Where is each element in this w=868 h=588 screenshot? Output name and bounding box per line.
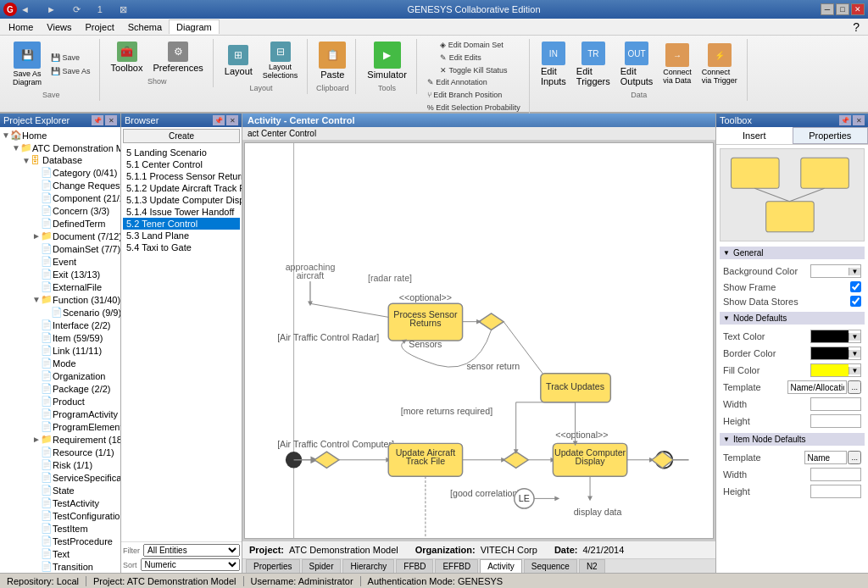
help-button[interactable]: ? xyxy=(846,20,866,34)
tree-change-request[interactable]: 📄 Change Request P... xyxy=(2,179,119,191)
template-btn[interactable]: ... xyxy=(848,380,861,394)
tree-exit[interactable]: 📄 Exit (13/13) xyxy=(2,268,119,280)
height-input[interactable]: 70 xyxy=(810,414,861,428)
text-color-input[interactable]: ▼ xyxy=(810,330,861,343)
edit-triggers-button[interactable]: TR EditTriggers xyxy=(572,39,615,89)
toolbox-tab-properties[interactable]: Properties xyxy=(793,127,869,144)
tree-document[interactable]: ► 📁 Document (7/12) xyxy=(2,230,119,242)
menu-schema[interactable]: Schema xyxy=(121,20,169,34)
show-frame-checkbox[interactable] xyxy=(850,281,861,292)
tree-event[interactable]: 📄 Event xyxy=(2,255,119,268)
edit-inputs-button[interactable]: IN EditInputs xyxy=(537,39,570,89)
tree-mode[interactable]: 📄 Mode xyxy=(2,357,119,369)
tree-package[interactable]: 📄 Package (2/2) xyxy=(2,382,119,395)
tree-database[interactable]: ▼ 🗄 Database xyxy=(2,154,119,166)
tab-activity[interactable]: Activity xyxy=(480,559,522,573)
tree-requirement[interactable]: ► 📁 Requirement (18/... xyxy=(2,433,119,446)
browser-item-5[interactable]: 5.1.4 Issue Tower Handoff xyxy=(123,206,240,218)
layout-selections-button[interactable]: ⊟ LayoutSelections xyxy=(259,39,303,82)
item-width-input[interactable]: 90 xyxy=(810,468,861,481)
tree-external-file[interactable]: 📄 ExternalFile xyxy=(2,280,119,293)
edit-outputs-button[interactable]: OUT EditOutputs xyxy=(616,39,658,89)
item-template-input[interactable] xyxy=(804,451,847,464)
tree-risk[interactable]: 📄 Risk (1/1) xyxy=(2,458,119,471)
tree-service-spec[interactable]: 📄 ServiceSpecificatio... xyxy=(2,471,119,484)
save-button[interactable]: 💾 Save xyxy=(47,52,94,64)
tree-test-activity[interactable]: 📄 TestActivity xyxy=(2,496,119,509)
toolbox-item-defaults-header[interactable]: Item Node Defaults xyxy=(720,433,865,446)
tree-function[interactable]: ▼ 📁 Function (31/40) xyxy=(2,293,119,306)
tree-link[interactable]: 📄 Link (11/11) xyxy=(2,344,119,357)
tree-component[interactable]: 📄 Component (21/2... xyxy=(2,191,119,204)
browser-item-8[interactable]: 5.4 Taxi to Gate xyxy=(123,241,240,253)
browser-pin[interactable]: 📌 xyxy=(213,115,225,125)
layout-button[interactable]: ⊞ Layout xyxy=(220,42,257,79)
window-controls[interactable]: ─ □ ✕ xyxy=(821,3,865,15)
menu-diagram[interactable]: Diagram xyxy=(169,19,220,34)
connect-trigger-button[interactable]: ⚡ Connectvia Trigger xyxy=(698,41,742,87)
edit-annotation-button[interactable]: ✎ Edit Annotation xyxy=(424,76,524,88)
menu-project[interactable]: Project xyxy=(79,20,121,34)
toggle-kill-button[interactable]: ✕ Toggle Kill Status xyxy=(437,64,510,76)
tree-resource[interactable]: 📄 Resource (1/1) xyxy=(2,446,119,458)
item-template-btn[interactable]: ... xyxy=(848,451,861,464)
filter-select[interactable]: All Entities xyxy=(143,544,240,557)
tab-n2[interactable]: N2 xyxy=(579,559,605,573)
template-input[interactable] xyxy=(787,380,847,394)
fill-color-btn[interactable]: ▼ xyxy=(849,367,860,374)
browser-item-2[interactable]: 5.1.1 Process Sensor Returns xyxy=(123,170,240,182)
tree-program-element[interactable]: 📄 ProgramElement xyxy=(2,420,119,433)
tree-defined-term[interactable]: 📄 DefinedTerm xyxy=(2,217,119,230)
fill-color-input[interactable]: ▼ xyxy=(810,363,861,377)
tree-test-config[interactable]: 📄 TestConfiguration xyxy=(2,509,119,522)
save-diagram-button[interactable]: 💾 Save AsDiagram xyxy=(8,39,46,89)
show-data-stores-checkbox[interactable] xyxy=(850,296,861,307)
tree-test-procedure[interactable]: 📄 TestProcedure xyxy=(2,535,119,547)
preferences-button[interactable]: ⚙ Preferences xyxy=(148,39,207,75)
minimize-button[interactable]: ─ xyxy=(821,3,834,15)
tree-transition[interactable]: 📄 Transition xyxy=(2,560,119,573)
tree-scenario[interactable]: 📄 Scenario (9/9) xyxy=(2,306,119,319)
menu-home[interactable]: Home xyxy=(2,20,40,34)
toolbox-tab-insert[interactable]: Insert xyxy=(716,127,793,144)
border-color-btn[interactable]: ▼ xyxy=(849,350,860,358)
border-color-input[interactable]: ▼ xyxy=(810,347,861,360)
edit-branch-button[interactable]: ⑂ Edit Branch Position xyxy=(424,89,524,101)
paste-button[interactable]: 📋 Paste xyxy=(314,39,350,82)
edit-selection-button[interactable]: % Edit Selection Probability xyxy=(424,102,524,114)
connect-data-button[interactable]: → Connectvia Data xyxy=(659,41,696,87)
tab-hierarchy[interactable]: Hierarchy xyxy=(342,559,394,573)
toolbox-close[interactable]: ✕ xyxy=(853,115,865,125)
toolbox-general-header[interactable]: General xyxy=(720,247,865,259)
tree-item[interactable]: 📄 Item (59/59) xyxy=(2,331,119,344)
browser-item-7[interactable]: 5.3 Land Plane xyxy=(123,230,240,241)
tree-organization[interactable]: 📄 Organization xyxy=(2,369,119,382)
width-input[interactable]: 100 xyxy=(810,397,861,411)
tree-product[interactable]: 📄 Product xyxy=(2,395,119,408)
edit-edits-button[interactable]: ✎ Edit Edits xyxy=(437,52,510,64)
tree-concern[interactable]: 📄 Concern (3/3) xyxy=(2,204,119,217)
tree-test-item[interactable]: 📄 TestItem xyxy=(2,522,119,535)
text-color-btn[interactable]: ▼ xyxy=(849,333,860,341)
browser-item-0[interactable]: 5 Landing Scenario xyxy=(123,147,240,158)
tab-properties[interactable]: Properties xyxy=(246,559,300,573)
toolbox-pin[interactable]: 📌 xyxy=(839,115,851,125)
browser-item-3[interactable]: 5.1.2 Update Aircraft Track File xyxy=(123,182,240,194)
toolbox-node-defaults-header[interactable]: Node Defaults xyxy=(720,312,865,325)
project-explorer-close[interactable]: ✕ xyxy=(105,115,117,125)
tree-category[interactable]: 📄 Category (0/41) xyxy=(2,166,119,179)
tree-atc-root[interactable]: ▼ 📁 ATC Demonstration Mo... xyxy=(2,141,119,154)
tab-sequence[interactable]: Sequence xyxy=(524,559,577,573)
project-explorer-pin[interactable]: 📌 xyxy=(92,115,103,125)
diagram-canvas[interactable]: approaching aircraft [radar rate] Proces… xyxy=(244,142,714,539)
tab-spider[interactable]: Spider xyxy=(302,559,342,573)
tree-text[interactable]: 📄 Text xyxy=(2,547,119,560)
item-height-input[interactable]: 50 xyxy=(810,485,861,498)
tree-interface[interactable]: 📄 Interface (2/2) xyxy=(2,319,119,331)
maximize-button[interactable]: □ xyxy=(836,3,849,15)
sort-select[interactable]: Numeric xyxy=(141,558,240,571)
tab-effbd[interactable]: EFFBD xyxy=(435,559,478,573)
tree-program-activity[interactable]: 📄 ProgramActivity xyxy=(2,408,119,420)
browser-close[interactable]: ✕ xyxy=(226,115,238,125)
simulator-button[interactable]: ▶ Simulator xyxy=(363,39,410,82)
